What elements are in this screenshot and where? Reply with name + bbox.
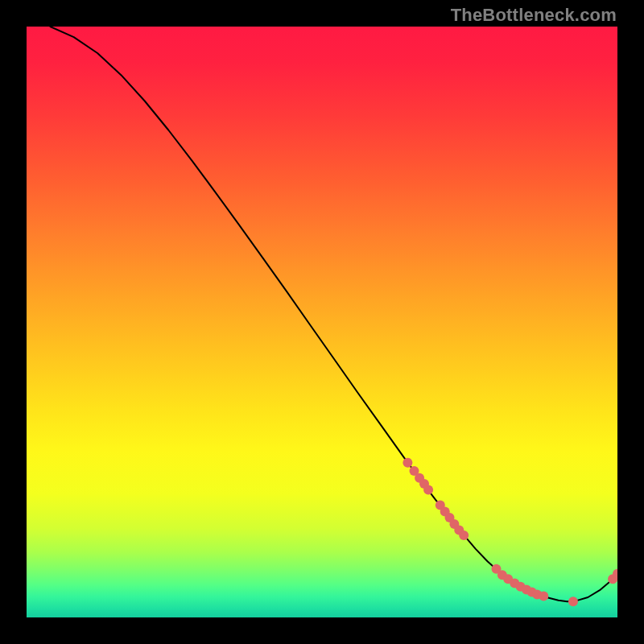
plot-area [27, 27, 617, 617]
data-point [423, 485, 433, 495]
data-point [539, 592, 548, 601]
chart-svg [27, 27, 617, 617]
data-point [459, 530, 469, 540]
data-points [402, 458, 617, 607]
bottleneck-curve [50, 27, 617, 601]
chart-stage: TheBottleneck.com [0, 0, 644, 644]
watermark-text: TheBottleneck.com [451, 5, 617, 26]
data-point [402, 458, 412, 468]
data-point [568, 597, 578, 606]
